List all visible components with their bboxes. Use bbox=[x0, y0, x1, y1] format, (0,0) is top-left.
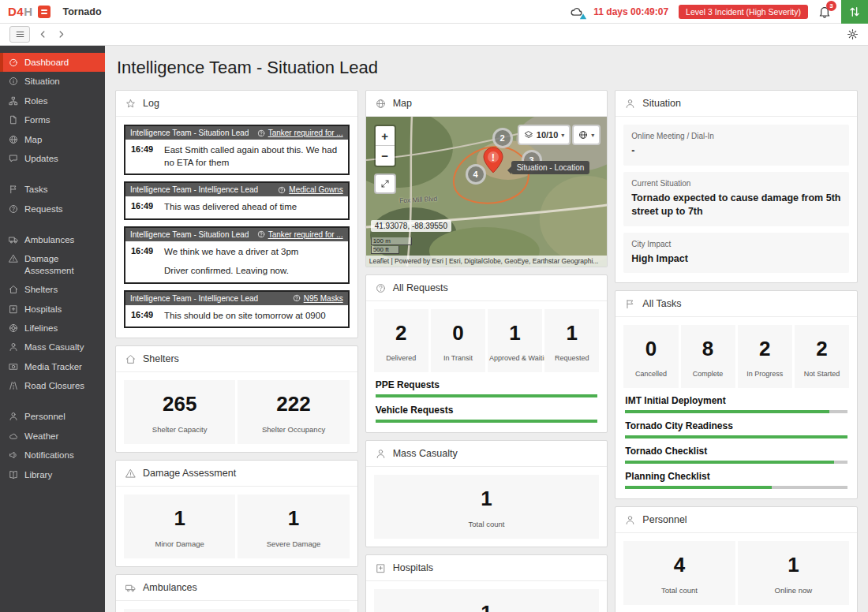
map-zoom-in-button[interactable]: + bbox=[376, 126, 395, 146]
progress-bar bbox=[625, 461, 834, 464]
sidebar-item-label: Road Closures bbox=[24, 380, 84, 391]
gauge-icon bbox=[9, 58, 18, 67]
sidebar-item-label: Hospitals bbox=[24, 304, 62, 315]
severity-badge[interactable]: Level 3 Incident (High Severity) bbox=[679, 5, 808, 19]
sidebar-item-situation[interactable]: Situation bbox=[0, 72, 105, 91]
question-icon bbox=[293, 294, 301, 302]
request-group-ppe[interactable]: PPE Requests bbox=[376, 379, 598, 397]
weather-alert-icon[interactable] bbox=[570, 5, 583, 18]
hamburger-icon bbox=[15, 29, 25, 39]
sidebar-item-hospitals[interactable]: Hospitals bbox=[0, 300, 105, 319]
nav-back-button[interactable] bbox=[38, 29, 48, 39]
log-entry[interactable]: Intelligence Team - Intelligence LeadMed… bbox=[124, 181, 350, 220]
sidebar-item-notifications[interactable]: Notifications bbox=[0, 446, 105, 465]
exercise-mode-button[interactable] bbox=[841, 0, 868, 24]
stat-in-transit: 0In Transit bbox=[431, 309, 485, 372]
sidebar-item-label: Requests bbox=[24, 203, 63, 215]
card-title: Log bbox=[143, 98, 159, 109]
logo-text-gray: H bbox=[24, 5, 32, 18]
card-title: Hospitals bbox=[393, 562, 433, 573]
home-icon bbox=[125, 354, 136, 364]
log-entry[interactable]: Intelligence Team - Situation LeadTanker… bbox=[124, 125, 350, 175]
sidebar-item-mass-casualty[interactable]: Mass Casualty bbox=[0, 338, 105, 356]
map-zoom-control: + − bbox=[374, 125, 396, 167]
map-fullscreen-button[interactable] bbox=[374, 174, 396, 194]
sidebar-item-damage-assessment[interactable]: Damage Assessment bbox=[0, 249, 105, 280]
task-list-tornado-checklist[interactable]: Tornado Checklist bbox=[625, 446, 847, 464]
task-list-label: Tornado City Readiness bbox=[625, 420, 847, 431]
sidebar-item-library[interactable]: Library bbox=[0, 465, 105, 484]
main-content: Intelligence Team - Situation Lead Log I… bbox=[105, 46, 868, 612]
sidebar-item-label: Situation bbox=[24, 76, 60, 87]
brand: D4H Tornado bbox=[8, 5, 102, 18]
map-situation-pin[interactable]: ! bbox=[483, 147, 503, 177]
question-icon bbox=[257, 129, 265, 137]
log-time: 16:49 bbox=[131, 246, 164, 278]
sidebar-item-label: Library bbox=[24, 469, 52, 480]
map-coordinates: 41.93078, -88.39550 bbox=[371, 220, 451, 232]
log-message: Driver confirmed. Leaving now. bbox=[164, 265, 298, 278]
sidebar-item-roles[interactable]: Roles bbox=[0, 91, 105, 110]
request-group-label: PPE Requests bbox=[376, 379, 598, 390]
sidebar-item-requests[interactable]: Requests bbox=[0, 200, 105, 218]
flag-icon bbox=[9, 185, 18, 194]
shelters-card: Shelters 265Shelter Capacity 222Shelter … bbox=[115, 345, 358, 453]
globe-icon bbox=[376, 99, 386, 109]
progress-bar bbox=[625, 435, 847, 438]
stat-personnel-online: 1Online now bbox=[738, 541, 849, 605]
sidebar-item-label: Weather bbox=[24, 431, 58, 442]
notifications-bell-icon[interactable]: 3 bbox=[818, 6, 831, 18]
personnel-card: Personnel 4Total count 1Online now bbox=[615, 506, 858, 612]
map-basemap-control[interactable]: ▾ bbox=[572, 125, 600, 145]
map-pin-tooltip: Situation - Location bbox=[511, 161, 590, 174]
log-entry[interactable]: Intelligence Team - Intelligence LeadN95… bbox=[124, 290, 350, 329]
menu-toggle-button[interactable] bbox=[9, 26, 30, 43]
log-card: Log Intelligence Team - Situation LeadTa… bbox=[115, 90, 358, 338]
log-subject-link[interactable]: Tanker required for ... bbox=[268, 129, 343, 137]
chevron-right-icon bbox=[56, 29, 66, 39]
task-list-tornado-city-readiness[interactable]: Tornado City Readiness bbox=[625, 420, 847, 438]
swap-arrows-icon bbox=[848, 6, 861, 18]
log-subject-link[interactable]: N95 Masks bbox=[304, 294, 343, 303]
log-team: Intelligence Team - Intelligence Lead bbox=[130, 294, 258, 303]
sidebar-item-road-closures[interactable]: Road Closures bbox=[0, 376, 105, 395]
d4h-logo[interactable]: D4H bbox=[8, 5, 33, 18]
megaphone-icon bbox=[9, 450, 18, 460]
sidebar-item-shelters[interactable]: Shelters bbox=[0, 280, 105, 299]
life-ring-icon bbox=[9, 323, 18, 333]
sidebar-item-media-tracker[interactable]: Media Tracker bbox=[0, 357, 105, 376]
sidebar-item-tasks[interactable]: Tasks bbox=[0, 180, 105, 199]
question-icon bbox=[376, 283, 386, 293]
topbar: D4H Tornado 11 days 00:49:07 Level 3 Inc… bbox=[0, 0, 868, 24]
task-list-planning-checklist[interactable]: Planning Checklist bbox=[625, 471, 847, 489]
log-entry[interactable]: Intelligence Team - Situation LeadTanker… bbox=[124, 226, 350, 284]
stat-not-started: 2Not Started bbox=[795, 325, 849, 388]
damage-assessment-card: Damage Assessment 1Minor Damage 1Severe … bbox=[115, 460, 358, 567]
map-card: Map Fox Mill Blv bbox=[365, 90, 608, 267]
settings-gear-button[interactable] bbox=[847, 28, 859, 40]
sidebar-item-ambulances[interactable]: Ambulances bbox=[0, 230, 105, 249]
sidebar-item-forms[interactable]: Forms bbox=[0, 110, 105, 129]
sidebar-item-personnel[interactable]: Personnel bbox=[0, 407, 105, 426]
stat-mass-casualty-total: 1Total count bbox=[374, 475, 600, 539]
sidebar-item-label: Map bbox=[24, 134, 42, 145]
nav-forward-button[interactable] bbox=[56, 29, 66, 39]
map-zoom-out-button[interactable]: − bbox=[376, 146, 395, 166]
sidebar-item-dashboard[interactable]: Dashboard bbox=[0, 53, 105, 72]
sidebar-item-lifelines[interactable]: Lifelines bbox=[0, 319, 105, 338]
map-canvas[interactable]: Fox Mill Blvd + − 10/10 ▾ ▾ bbox=[366, 117, 608, 267]
file-icon bbox=[9, 115, 18, 125]
sidebar-item-map[interactable]: Map bbox=[0, 130, 105, 149]
sidebar-item-updates[interactable]: Updates bbox=[0, 149, 105, 168]
column-left: Log Intelligence Team - Situation LeadTa… bbox=[115, 90, 358, 612]
sitemap-icon bbox=[9, 96, 18, 106]
log-subject-link[interactable]: Medical Gowns bbox=[289, 185, 342, 194]
log-subject-link[interactable]: Tanker required for ... bbox=[268, 230, 343, 239]
request-group-label: Vehicle Requests bbox=[376, 405, 598, 416]
sidebar-item-weather[interactable]: Weather bbox=[0, 427, 105, 446]
map-layers-control[interactable]: 10/10 ▾ bbox=[518, 125, 571, 145]
cloud-icon bbox=[9, 431, 18, 441]
request-group-vehicle[interactable]: Vehicle Requests bbox=[376, 405, 598, 423]
map-cluster-marker[interactable]: 2 bbox=[492, 128, 513, 148]
task-list-imt-initial-deployment[interactable]: IMT Initial Deployment bbox=[625, 395, 847, 413]
